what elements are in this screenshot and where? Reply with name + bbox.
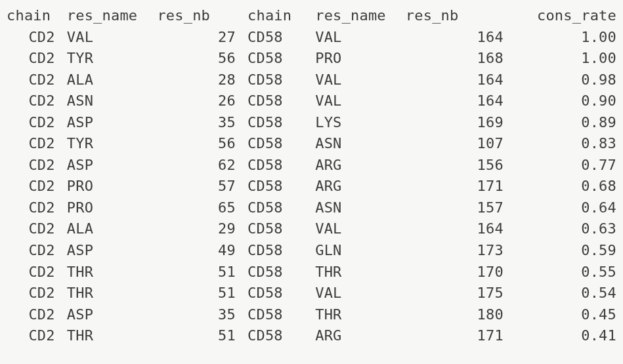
cell-res-name1: ALA — [67, 70, 158, 91]
cell-res-name1: PRO — [67, 176, 158, 197]
cell-res-nb1: 51 — [157, 325, 247, 347]
cell-res-name1: PRO — [67, 197, 158, 219]
cell-chain2: CD58 — [247, 133, 315, 155]
cell-res-nb1: 57 — [157, 176, 247, 197]
cell-res-name2: THR — [315, 262, 406, 283]
cell-res-name2: VAL — [315, 283, 406, 304]
cell-res-nb1: 62 — [157, 155, 247, 176]
table-row: CD2ASN26CD58VAL1640.90 — [7, 91, 616, 112]
cell-res-name1: ASN — [67, 91, 158, 112]
cell-chain2: CD58 — [247, 176, 315, 197]
cell-chain1: CD2 — [7, 218, 67, 240]
cell-chain2: CD58 — [247, 304, 315, 326]
cell-cons-rate: 0.98 — [504, 70, 616, 91]
cell-res-name1: ALA — [67, 218, 158, 240]
cell-chain2: CD58 — [247, 27, 315, 49]
cell-chain2: CD58 — [247, 197, 315, 219]
cell-chain2: CD58 — [247, 240, 315, 262]
cell-cons-rate: 0.63 — [504, 218, 616, 240]
cell-chain2: CD58 — [247, 91, 315, 112]
cell-chain2: CD58 — [247, 325, 315, 347]
cell-cons-rate: 0.83 — [504, 133, 616, 155]
cell-res-nb1: 35 — [157, 112, 247, 134]
cell-res-name2: ARG — [315, 325, 406, 347]
table-row: CD2THR51CD58VAL1750.54 — [7, 283, 616, 304]
cell-res-name2: ARG — [315, 155, 406, 176]
cell-res-name2: GLN — [315, 240, 406, 262]
header-res-name2: res_name — [315, 5, 406, 27]
cell-cons-rate: 0.89 — [504, 112, 616, 134]
cell-res-nb1: 27 — [157, 27, 247, 49]
cell-chain1: CD2 — [7, 197, 67, 219]
cell-res-nb1: 49 — [157, 240, 247, 262]
cell-res-name1: ASP — [67, 155, 158, 176]
table-row: CD2PRO65CD58ASN1570.64 — [7, 197, 616, 219]
header-chain1: chain — [7, 5, 67, 27]
cell-chain1: CD2 — [7, 155, 67, 176]
cell-res-nb2: 175 — [406, 283, 504, 304]
cell-chain2: CD58 — [247, 112, 315, 134]
cell-chain1: CD2 — [7, 240, 67, 262]
cell-chain1: CD2 — [7, 112, 67, 134]
cell-chain2: CD58 — [247, 262, 315, 283]
cell-chain1: CD2 — [7, 70, 67, 91]
cell-res-nb2: 173 — [406, 240, 504, 262]
table-row: CD2ASP35CD58THR1800.45 — [7, 304, 616, 326]
cell-res-name1: ASP — [67, 112, 158, 134]
cell-res-nb2: 169 — [406, 112, 504, 134]
cell-cons-rate: 0.45 — [504, 304, 616, 326]
table-header-row: chain res_name res_nb chain res_name res… — [7, 5, 616, 27]
header-chain2: chain — [247, 5, 315, 27]
cell-res-nb2: 157 — [406, 197, 504, 219]
header-cons-rate: cons_rate — [504, 5, 616, 27]
table-row: CD2ASP62CD58ARG1560.77 — [7, 155, 616, 176]
cell-res-nb2: 107 — [406, 133, 504, 155]
cell-res-nb2: 156 — [406, 155, 504, 176]
cell-chain1: CD2 — [7, 176, 67, 197]
table-row: CD2TYR56CD58PRO1681.00 — [7, 48, 616, 70]
cell-res-name2: VAL — [315, 91, 406, 112]
cell-res-nb2: 171 — [406, 176, 504, 197]
cell-res-name2: PRO — [315, 48, 406, 70]
cell-res-name1: THR — [67, 283, 158, 304]
cell-res-nb2: 164 — [406, 91, 504, 112]
cell-chain2: CD58 — [247, 70, 315, 91]
cell-res-nb1: 29 — [157, 218, 247, 240]
cell-res-nb1: 65 — [157, 197, 247, 219]
cell-res-name2: THR — [315, 304, 406, 326]
cell-chain1: CD2 — [7, 27, 67, 49]
cell-cons-rate: 0.59 — [504, 240, 616, 262]
cell-res-name1: ASP — [67, 240, 158, 262]
cell-res-name2: VAL — [315, 70, 406, 91]
cell-res-name2: ARG — [315, 176, 406, 197]
table-row: CD2PRO57CD58ARG1710.68 — [7, 176, 616, 197]
cell-res-name2: ASN — [315, 197, 406, 219]
cell-res-name1: THR — [67, 262, 158, 283]
cell-cons-rate: 0.41 — [504, 325, 616, 347]
cell-cons-rate: 0.64 — [504, 197, 616, 219]
cell-chain1: CD2 — [7, 48, 67, 70]
table-row: CD2TYR56CD58ASN1070.83 — [7, 133, 616, 155]
table-row: CD2ALA28CD58VAL1640.98 — [7, 70, 616, 91]
cell-chain2: CD58 — [247, 48, 315, 70]
cell-res-name2: VAL — [315, 27, 406, 49]
cell-res-nb2: 170 — [406, 262, 504, 283]
cell-chain2: CD58 — [247, 218, 315, 240]
header-res-name1: res_name — [67, 5, 158, 27]
cell-res-nb1: 26 — [157, 91, 247, 112]
cell-res-name2: LYS — [315, 112, 406, 134]
cell-res-nb2: 168 — [406, 48, 504, 70]
cell-res-nb1: 56 — [157, 48, 247, 70]
cell-res-nb1: 51 — [157, 283, 247, 304]
table-row: CD2VAL27CD58VAL1641.00 — [7, 27, 616, 49]
cell-res-nb1: 35 — [157, 304, 247, 326]
header-res-nb1: res_nb — [157, 5, 247, 27]
table-row: CD2ASP35CD58LYS1690.89 — [7, 112, 616, 134]
cell-res-nb1: 51 — [157, 262, 247, 283]
header-res-nb2: res_nb — [406, 5, 504, 27]
cell-res-name1: THR — [67, 325, 158, 347]
cell-res-name2: VAL — [315, 218, 406, 240]
cell-res-nb1: 56 — [157, 133, 247, 155]
table-row: CD2ASP49CD58GLN1730.59 — [7, 240, 616, 262]
cell-res-name2: ASN — [315, 133, 406, 155]
